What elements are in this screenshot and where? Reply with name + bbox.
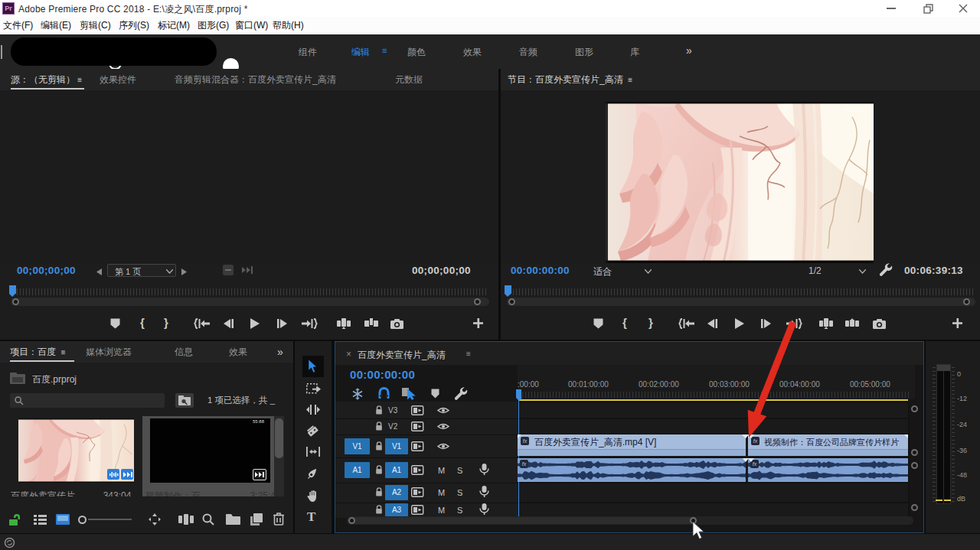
svg-text:V5UU3: V5UU3 <box>843 106 864 113</box>
